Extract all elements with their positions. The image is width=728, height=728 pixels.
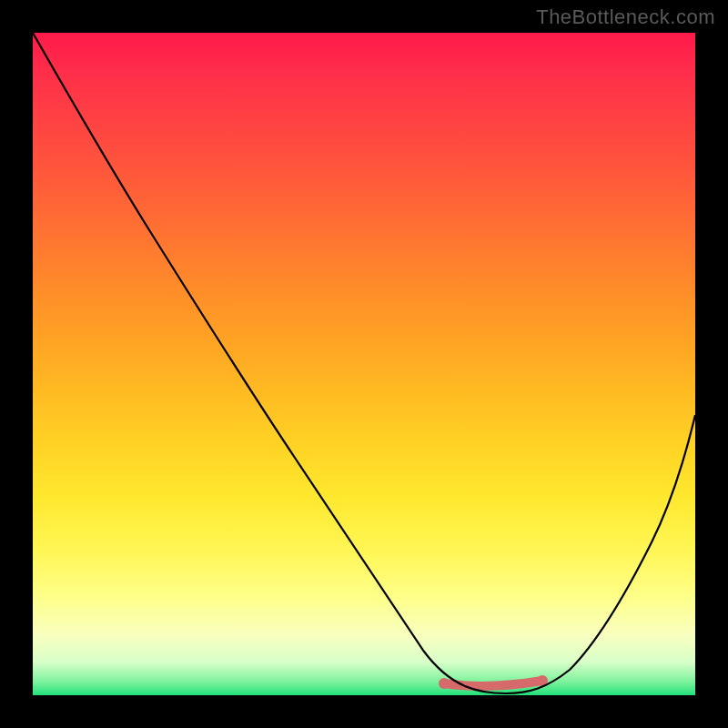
chart-svg [33,33,695,695]
watermark-text: TheBottleneck.com [536,5,715,29]
chart-plot-area [33,33,695,695]
bottleneck-curve-path [33,33,695,693]
optimal-range-start-marker [439,678,450,689]
